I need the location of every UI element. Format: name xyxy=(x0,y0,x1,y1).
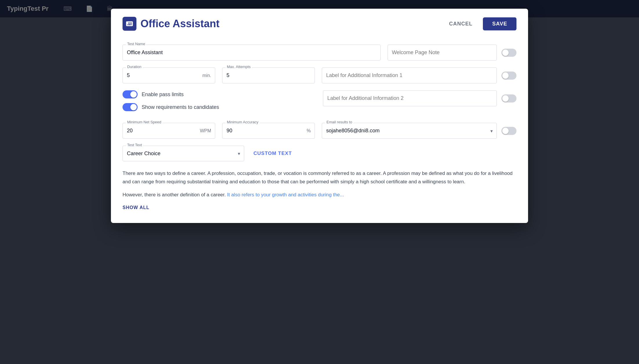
max-attempts-field: Max. Attempts xyxy=(222,67,315,83)
welcome-note-toggle[interactable] xyxy=(501,49,516,57)
modal-overlay: Office Assistant CANCEL SAVE Test Name xyxy=(0,0,639,364)
preview-paragraph-2-before: However, there is another definition of … xyxy=(123,192,227,197)
duration-input[interactable] xyxy=(123,67,215,83)
test-name-input[interactable] xyxy=(123,45,381,61)
min-speed-field: Minimum Net Speed WPM xyxy=(123,123,215,139)
enable-pass-limits-label: Enable pass limits xyxy=(142,92,184,98)
pass-limits-section: Enable pass limits Show requirements to … xyxy=(123,90,516,116)
additional-info-2-field xyxy=(323,90,497,106)
modal-body: Test Name Duration min. Ma xyxy=(111,38,528,223)
min-accuracy-field: Minimum Accuracy % xyxy=(222,123,315,139)
additional-info-1-field xyxy=(322,67,497,83)
test-text-select-wrap: Test Text Career Choice Business Letter … xyxy=(123,146,244,161)
additional-info-1-input[interactable] xyxy=(322,67,497,83)
save-button[interactable]: SAVE xyxy=(483,17,516,30)
preview-paragraph-2-highlight: It also refers to your growth and activi… xyxy=(227,192,344,197)
test-text-label: Test Text xyxy=(126,143,143,147)
show-requirements-label: Show requirements to candidates xyxy=(142,104,219,110)
row-duration: Duration min. Max. Attempts xyxy=(123,67,516,83)
test-text-row: Test Text Career Choice Business Letter … xyxy=(123,146,516,161)
welcome-note-field xyxy=(388,45,497,61)
modal-actions: CANCEL SAVE xyxy=(444,17,516,30)
keyboard-icon xyxy=(125,20,134,28)
email-results-group: Email results to ▾ xyxy=(322,123,516,139)
modal-dialog: Office Assistant CANCEL SAVE Test Name xyxy=(111,9,528,223)
pass-limits-right xyxy=(323,90,516,106)
max-attempts-input[interactable] xyxy=(222,67,315,83)
max-attempts-label: Max. Attempts xyxy=(226,65,252,69)
welcome-note-input[interactable] xyxy=(388,45,497,61)
test-name-field: Test Name xyxy=(123,45,381,61)
show-requirements-toggle[interactable] xyxy=(123,103,138,111)
email-results-label: Email results to xyxy=(325,120,353,124)
preview-paragraph-1: There are two ways to define a career. A… xyxy=(123,169,516,186)
min-accuracy-label: Minimum Accuracy xyxy=(226,120,260,124)
preview-paragraph-2: However, there is another definition of … xyxy=(123,191,516,199)
modal-title: Office Assistant xyxy=(140,18,220,30)
min-speed-input[interactable] xyxy=(123,123,215,139)
additional-info-1-toggle[interactable] xyxy=(501,72,516,80)
additional-info-2-input[interactable] xyxy=(323,90,497,106)
duration-label: Duration xyxy=(126,65,143,69)
welcome-note-group xyxy=(388,45,516,61)
email-results-field: Email results to ▾ xyxy=(322,123,497,139)
show-all-button[interactable]: SHOW ALL xyxy=(123,204,149,211)
enable-pass-limits-toggle[interactable] xyxy=(123,90,138,98)
enable-pass-limits-row: Enable pass limits xyxy=(123,90,316,98)
additional-info-2-toggle[interactable] xyxy=(501,94,516,103)
additional-info-1-group xyxy=(322,67,516,83)
speed-accuracy-row: Minimum Net Speed WPM Minimum Accuracy %… xyxy=(123,123,516,139)
cancel-button[interactable]: CANCEL xyxy=(444,18,477,30)
modal-header: Office Assistant CANCEL SAVE xyxy=(111,9,528,38)
test-name-label: Test Name xyxy=(126,42,146,46)
show-requirements-row: Show requirements to candidates xyxy=(123,103,316,111)
custom-text-button[interactable]: CUSTOM TEXT xyxy=(251,151,294,156)
additional-info-2-group xyxy=(323,90,516,106)
test-text-select[interactable]: Career Choice Business Letter Custom Tex… xyxy=(123,146,244,161)
min-accuracy-input[interactable] xyxy=(222,123,315,139)
pass-limits-left: Enable pass limits Show requirements to … xyxy=(123,90,316,116)
modal-title-group: Office Assistant xyxy=(123,17,220,31)
duration-field: Duration min. xyxy=(123,67,215,83)
row-test-name: Test Name xyxy=(123,45,516,61)
email-results-input[interactable] xyxy=(322,123,497,139)
min-speed-label: Minimum Net Speed xyxy=(126,120,163,124)
modal-icon-box xyxy=(123,17,136,31)
text-preview: There are two ways to define a career. A… xyxy=(123,169,516,199)
email-results-toggle[interactable] xyxy=(501,127,516,135)
